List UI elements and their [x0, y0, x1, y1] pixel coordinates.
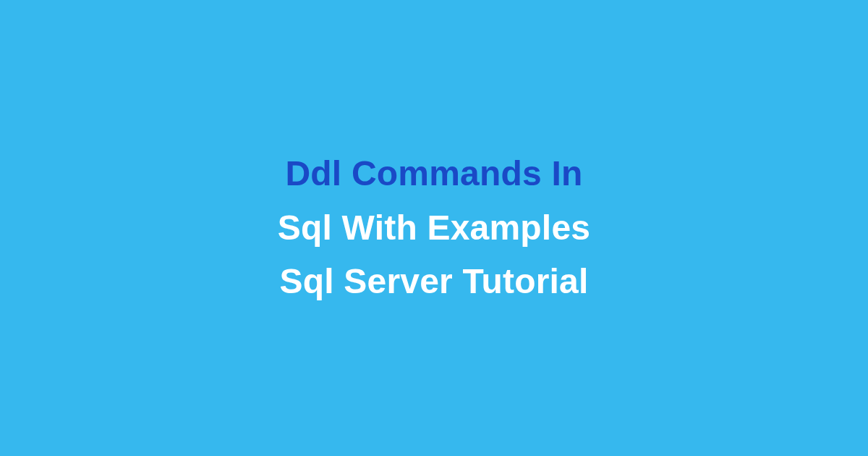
title-line-1: Ddl Commands In — [278, 147, 590, 200]
title-banner: Ddl Commands In Sql With Examples Sql Se… — [278, 147, 590, 308]
title-line-2: Sql With Examples — [278, 201, 590, 255]
title-line-3: Sql Server Tutorial — [278, 255, 590, 308]
